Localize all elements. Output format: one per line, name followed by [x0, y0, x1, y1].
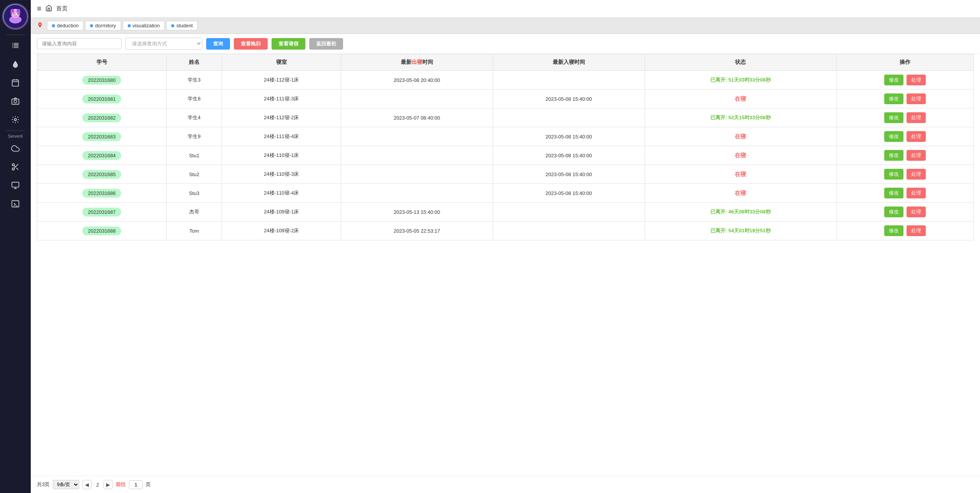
tab-dot-dormitory: [90, 24, 93, 27]
cell-name: Stu2: [167, 165, 222, 184]
page-title: 首页: [56, 5, 68, 12]
cell-name: 杰哥: [167, 203, 222, 222]
cell-actions: 修改 处理: [836, 184, 973, 203]
tab-label-student: student: [176, 23, 193, 28]
modify-button[interactable]: 修改: [884, 75, 903, 85]
process-button[interactable]: 处理: [907, 225, 926, 236]
sidebar-divider-top: [6, 35, 25, 35]
document-icon[interactable]: [7, 37, 24, 54]
cell-status: 在寝: [645, 184, 836, 203]
current-page-number: 2: [95, 482, 100, 488]
tab-dot-visualization: [128, 24, 131, 27]
tab-student[interactable]: student: [166, 21, 198, 30]
cell-status: 在寝: [645, 127, 836, 146]
svg-point-8: [17, 13, 18, 15]
cell-name: Stu3: [167, 184, 222, 203]
process-button[interactable]: 处理: [907, 188, 926, 198]
reset-button[interactable]: 返回最初: [309, 38, 343, 50]
search-input[interactable]: [37, 38, 122, 49]
cell-name: 学生4: [167, 108, 222, 127]
table-container: 学号 姓名 寝室 最新出寝时间 最新入寝时间 状态 操作 2022031680 …: [31, 54, 980, 476]
cell-status: 在寝: [645, 165, 836, 184]
prev-page-button[interactable]: ◀: [82, 480, 92, 489]
settings-icon[interactable]: [7, 111, 24, 128]
cell-student-id: 2022031682: [37, 108, 167, 127]
tab-dot-deduction: [52, 24, 55, 27]
tab-deduction[interactable]: deduction: [47, 21, 83, 30]
cell-student-id: 2022031681: [37, 90, 167, 108]
avatar: [2, 3, 29, 30]
goto-label: 前往: [116, 481, 126, 488]
calendar-icon[interactable]: [7, 74, 24, 91]
tab-dot-student: [171, 24, 174, 27]
student-table: 学号 姓名 寝室 最新出寝时间 最新入寝时间 状态 操作 2022031680 …: [37, 54, 974, 240]
scissors-icon[interactable]: [7, 158, 24, 175]
cell-in-time: 2023-05-08 15:40:00: [493, 184, 645, 203]
home-icon[interactable]: [45, 5, 52, 13]
server6-label: Server6: [8, 134, 23, 138]
process-button[interactable]: 处理: [907, 169, 926, 180]
cell-actions: 修改 处理: [836, 222, 973, 240]
cell-room: 24楼-110寝-3床: [222, 165, 341, 184]
cell-out-time: 2023-05-13 15:40:00: [341, 203, 493, 222]
terminal-icon[interactable]: [7, 195, 24, 212]
cell-out-time: [341, 165, 493, 184]
cell-in-time: [493, 203, 645, 222]
modify-button[interactable]: 修改: [884, 150, 903, 161]
topbar: ≡ 首页: [31, 0, 980, 18]
modify-button[interactable]: 修改: [884, 207, 903, 217]
process-button[interactable]: 处理: [907, 131, 926, 142]
student-id-badge: 2022031684: [82, 151, 121, 160]
cell-in-time: [493, 222, 645, 240]
query-button[interactable]: 查询: [206, 38, 230, 50]
table-row: 2022031683 学生9 24楼-111寝-4床 2023-05-08 15…: [37, 127, 974, 146]
rows-per-page-select[interactable]: 9条/页: [53, 480, 79, 489]
cell-actions: 修改 处理: [836, 71, 973, 90]
process-button[interactable]: 处理: [907, 75, 926, 85]
cell-status: 已离开: 54天01时19分51秒: [645, 222, 836, 240]
total-pages-label: 共3页: [37, 481, 50, 488]
modify-button[interactable]: 修改: [884, 188, 903, 198]
monitor-icon[interactable]: [7, 177, 24, 194]
process-button[interactable]: 处理: [907, 93, 926, 104]
tab-label-dormitory: dormitory: [95, 23, 116, 28]
cell-in-time: 2023-05-08 15:40:00: [493, 90, 645, 108]
drop-icon[interactable]: [7, 56, 24, 73]
col-header-action: 操作: [836, 54, 973, 71]
tab-visualization[interactable]: visualization: [123, 21, 165, 30]
student-id-badge: 2022031681: [82, 95, 121, 103]
tab-label-visualization: visualization: [133, 23, 160, 28]
menu-toggle-icon[interactable]: ≡: [37, 4, 42, 13]
cell-in-time: [493, 108, 645, 127]
late-return-button[interactable]: 查看晚归: [234, 38, 268, 50]
query-method-select[interactable]: 请选择查询方式: [125, 38, 202, 50]
svg-line-19: [16, 168, 18, 170]
cell-student-id: 2022031680: [37, 71, 167, 90]
cell-actions: 修改 处理: [836, 90, 973, 108]
camera-icon[interactable]: [7, 93, 24, 110]
svg-rect-21: [12, 182, 19, 187]
col-header-name: 姓名: [167, 54, 222, 71]
modify-button[interactable]: 修改: [884, 112, 903, 123]
tab-dormitory[interactable]: dormitory: [85, 21, 121, 30]
svg-point-7: [13, 13, 15, 15]
modify-button[interactable]: 修改: [884, 225, 903, 236]
cloud-icon[interactable]: [7, 140, 24, 157]
process-button[interactable]: 处理: [907, 150, 926, 161]
leave-button[interactable]: 查看请假: [272, 38, 305, 50]
cell-name: 学生3: [167, 71, 222, 90]
next-page-button[interactable]: ▶: [103, 480, 113, 489]
cell-actions: 修改 处理: [836, 146, 973, 165]
process-button[interactable]: 处理: [907, 112, 926, 123]
cell-status: 已离开: 52天15时33分08秒: [645, 108, 836, 127]
goto-page-input[interactable]: [129, 480, 143, 489]
cell-room: 24楼-112寝-2床: [222, 108, 341, 127]
student-id-badge: 2022031685: [82, 170, 121, 179]
cell-room: 24楼-111寝-3床: [222, 90, 341, 108]
cell-actions: 修改 处理: [836, 127, 973, 146]
modify-button[interactable]: 修改: [884, 93, 903, 104]
modify-button[interactable]: 修改: [884, 131, 903, 142]
cell-name: Stu1: [167, 146, 222, 165]
modify-button[interactable]: 修改: [884, 169, 903, 180]
process-button[interactable]: 处理: [907, 207, 926, 217]
